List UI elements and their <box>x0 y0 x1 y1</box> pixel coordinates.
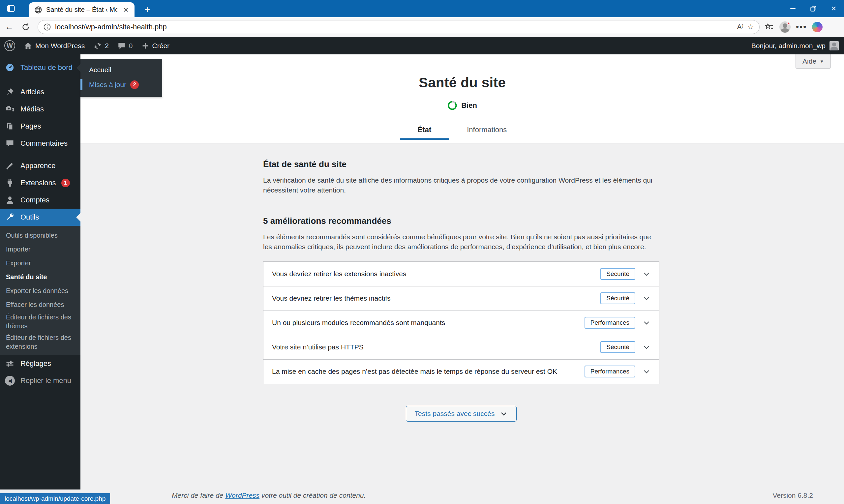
new-content-menu[interactable]: Créer <box>137 37 174 54</box>
chevron-down-icon[interactable] <box>643 270 650 278</box>
favorites-bar-icon[interactable] <box>764 22 774 32</box>
tab-close-icon[interactable]: ✕ <box>121 5 130 15</box>
restore-button[interactable] <box>803 0 824 17</box>
browser-titlebar: Santé du site – État ‹ Mon WordP ✕ + ✕ <box>0 0 844 17</box>
issue-row[interactable]: La mise en cache des pages n’est pas dét… <box>264 359 659 384</box>
sidebar-item-label: Réglages <box>20 359 51 368</box>
submenu-item-plugin-file-editor[interactable]: Éditeur de fichiers des extensions <box>0 332 80 353</box>
wp-admin-bar: W Mon WordPress 2 0 Créer <box>0 37 844 54</box>
plus-icon <box>141 42 149 50</box>
sidebar-item-media[interactable]: Médias <box>0 101 80 118</box>
chevron-down-icon[interactable] <box>643 294 650 302</box>
sidebar-item-pages[interactable]: Pages <box>0 118 80 135</box>
tab-title: Santé du site – État ‹ Mon WordP <box>46 6 118 14</box>
sidebar-item-label: Comptes <box>20 196 50 204</box>
issues-accordion: Vous devriez retirer les extensions inac… <box>263 262 659 384</box>
new-tab-button[interactable]: + <box>142 5 153 15</box>
issue-row[interactable]: Un ou plusieurs modules recommandés sont… <box>264 310 659 335</box>
issue-badge: Performances <box>585 365 635 377</box>
submenu-item-export[interactable]: Exporter <box>0 256 80 270</box>
status-section-heading: État de santé du site <box>263 159 844 169</box>
flyout-arrow <box>76 64 80 72</box>
sidebar-item-label: Outils <box>20 213 39 221</box>
wordpress-link[interactable]: WordPress <box>225 491 259 499</box>
sidebar-item-posts[interactable]: Articles <box>0 84 80 101</box>
chevron-down-icon[interactable] <box>643 343 650 351</box>
browser-profile-avatar[interactable] <box>779 21 791 33</box>
active-menu-arrow <box>76 213 80 221</box>
recommendations-heading: 5 améliorations recommandées <box>263 216 844 226</box>
comments-menu[interactable]: 0 <box>113 37 137 54</box>
collapse-arrow-icon: ◀ <box>5 376 15 386</box>
flyout-item-updates[interactable]: Mises à jour 2 <box>80 77 162 92</box>
minimize-button[interactable] <box>783 0 803 17</box>
sidebar-item-dashboard[interactable]: Tableau de bord <box>0 59 80 76</box>
sidebar-item-comments[interactable]: Commentaires <box>0 135 80 152</box>
site-health-tabs: État Informations <box>80 122 844 140</box>
back-button[interactable]: ← <box>2 20 17 34</box>
user-avatar <box>829 41 839 50</box>
updates-menu[interactable]: 2 <box>89 37 113 54</box>
issue-label: Vous devriez retirer les extensions inac… <box>272 270 600 278</box>
site-info-icon[interactable] <box>43 23 51 31</box>
user-icon <box>5 196 15 205</box>
tab-info[interactable]: Informations <box>449 122 524 140</box>
status-section-description: La vérification de santé du site affiche… <box>263 175 659 196</box>
tab-actions-icon[interactable] <box>5 3 17 14</box>
flyout-item-home[interactable]: Accueil <box>80 62 162 77</box>
sidebar-item-appearance[interactable]: Apparence <box>0 157 80 174</box>
read-aloud-icon[interactable]: A⁾ <box>737 23 743 31</box>
wordpress-logo-icon: W <box>4 40 15 51</box>
refresh-button[interactable] <box>18 20 33 34</box>
sidebar-item-label: Articles <box>20 88 44 96</box>
globe-favicon-icon <box>34 6 42 14</box>
sidebar-item-label: Commentaires <box>20 139 68 148</box>
submenu-item-export-data[interactable]: Exporter les données <box>0 284 80 298</box>
favorite-star-icon[interactable]: ☆ <box>748 23 754 31</box>
sidebar-item-settings[interactable]: Réglages <box>0 355 80 372</box>
media-icon <box>5 105 15 114</box>
page-title: Santé du site <box>80 54 844 91</box>
copilot-icon[interactable] <box>812 22 823 32</box>
sidebar-item-plugins[interactable]: Extensions 1 <box>0 174 80 192</box>
issue-row[interactable]: Vous devriez retirer les extensions inac… <box>264 262 659 286</box>
browser-menu-icon[interactable]: ••• <box>796 22 807 32</box>
passed-tests-button[interactable]: Tests passés avec succès <box>406 406 517 421</box>
submenu-item-site-health[interactable]: Santé du site <box>0 270 80 284</box>
sidebar-item-label: Tableau de bord <box>20 63 73 72</box>
issue-badge: Sécurité <box>600 341 635 353</box>
tab-status[interactable]: État <box>400 122 449 140</box>
address-bar[interactable]: localhost/wp-admin/site-health.php A⁾ ☆ <box>38 20 759 34</box>
footer-version: Version 6.8.2 <box>772 491 813 499</box>
home-icon <box>24 41 32 50</box>
issue-label: Un ou plusieurs modules recommandés sont… <box>272 319 585 327</box>
issue-label: La mise en cache des pages n’est pas dét… <box>272 367 585 375</box>
health-status-label: Bien <box>461 101 477 110</box>
sidebar-item-users[interactable]: Comptes <box>0 192 80 209</box>
issue-label: Vous devriez retirer les thèmes inactifs <box>272 294 600 302</box>
my-account-menu[interactable]: Bonjour, admin.mon_wp <box>751 41 844 50</box>
submenu-item-available-tools[interactable]: Outils disponibles <box>0 229 80 242</box>
submenu-item-import[interactable]: Importer <box>0 242 80 256</box>
sidebar-item-collapse-menu[interactable]: ◀ Replier le menu <box>0 372 80 389</box>
chevron-down-icon[interactable] <box>643 319 650 327</box>
site-name-menu[interactable]: Mon WordPress <box>19 37 89 54</box>
admin-footer: Merci de faire de WordPress votre outil … <box>172 491 813 499</box>
chevron-down-icon[interactable] <box>643 367 650 375</box>
sidebar-item-label: Apparence <box>20 162 55 170</box>
submenu-item-erase-data[interactable]: Effacer les données <box>0 298 80 311</box>
issue-badge: Sécurité <box>600 292 635 304</box>
issue-row[interactable]: Votre site n’utilise pas HTTPS Sécurité <box>264 335 659 359</box>
site-name: Mon WordPress <box>35 42 85 50</box>
close-button[interactable]: ✕ <box>824 0 844 17</box>
sidebar-item-label: Extensions <box>20 179 56 187</box>
wp-logo-menu[interactable]: W <box>0 37 19 54</box>
updates-badge: 2 <box>130 80 139 89</box>
issue-row[interactable]: Vous devriez retirer les thèmes inactifs… <box>264 286 659 310</box>
browser-tab[interactable]: Santé du site – État ‹ Mon WordP ✕ <box>29 2 134 17</box>
submenu-item-theme-file-editor[interactable]: Éditeur de fichiers des thèmes <box>0 311 80 332</box>
footer-thanks: Merci de faire de WordPress votre outil … <box>172 491 366 499</box>
sidebar-item-tools[interactable]: Outils <box>0 209 80 226</box>
updates-count: 2 <box>105 42 109 50</box>
help-button[interactable]: Aide ▼ <box>795 54 831 69</box>
